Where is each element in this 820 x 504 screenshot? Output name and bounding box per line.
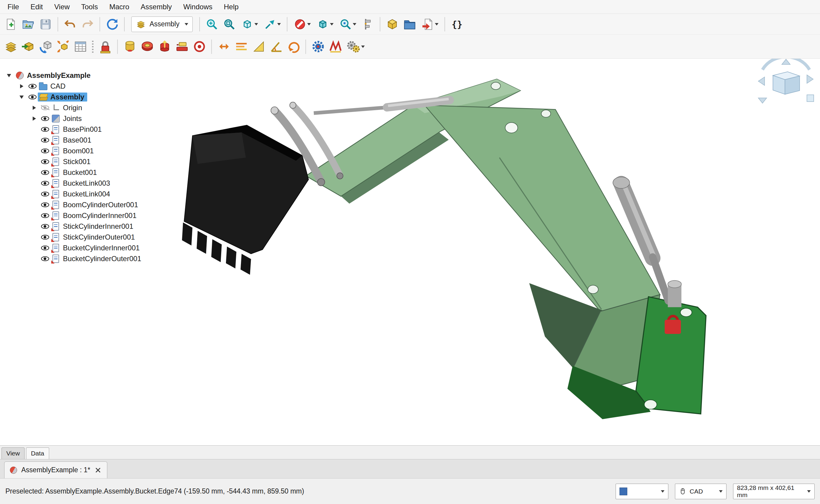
toggle-grounded-button[interactable]: [97, 38, 113, 55]
angle-measure-button[interactable]: [250, 38, 267, 55]
menu-windows[interactable]: Windows: [177, 0, 218, 13]
angle-button[interactable]: [268, 38, 285, 55]
create-cylindrical-joint-button[interactable]: [156, 38, 173, 55]
bill-of-materials-button[interactable]: [72, 38, 89, 55]
solve-assembly-button[interactable]: [37, 38, 54, 55]
tree-item-assembly[interactable]: Assembly: [0, 92, 192, 102]
tree-item-bucketlink003[interactable]: BucketLink003: [0, 178, 192, 189]
draw-style-button[interactable]: [314, 16, 336, 33]
menu-assembly[interactable]: Assembly: [135, 0, 177, 13]
visibility-eye-icon[interactable]: [41, 159, 49, 164]
redo-button[interactable]: [79, 16, 96, 33]
view-style-selector[interactable]: [616, 484, 668, 499]
visibility-eye-icon[interactable]: [41, 127, 49, 132]
isometric-view-button[interactable]: [238, 16, 261, 33]
visibility-eye-icon[interactable]: [41, 181, 49, 186]
tree-item-basepin001[interactable]: BasePin001: [0, 124, 192, 135]
navigation-cursor-icon: [264, 18, 276, 31]
create-group-button[interactable]: [401, 16, 418, 33]
visibility-eye-icon[interactable]: [28, 84, 37, 89]
create-simulation-button[interactable]: [310, 38, 326, 55]
save-button[interactable]: [37, 16, 54, 33]
tree-item-stick001[interactable]: Stick001: [0, 156, 192, 167]
menu-tools[interactable]: Tools: [75, 0, 104, 13]
fit-all-button[interactable]: [203, 16, 220, 33]
bucket-part[interactable]: [182, 125, 308, 275]
tree-item-base001[interactable]: Base001: [0, 135, 192, 146]
insert-component-button[interactable]: [20, 38, 37, 55]
visibility-eye-icon[interactable]: [41, 213, 49, 218]
caret-right-icon[interactable]: [20, 84, 23, 88]
visibility-eye-icon[interactable]: [41, 138, 49, 143]
navigation-cursor-button[interactable]: [261, 16, 283, 33]
workbench-selector[interactable]: Assembly: [131, 16, 193, 32]
close-tab-button[interactable]: [94, 467, 102, 474]
create-fixed-joint-button[interactable]: [121, 38, 138, 55]
zoom-tools-button[interactable]: [337, 16, 359, 33]
refresh-button[interactable]: [104, 16, 120, 33]
measure-button[interactable]: [359, 16, 376, 33]
visibility-eye-icon[interactable]: [41, 202, 49, 207]
navigation-cube[interactable]: [758, 59, 814, 103]
tree-item-boom001[interactable]: Boom001: [0, 146, 192, 156]
trace-path-button[interactable]: [327, 38, 344, 55]
base-pin-cylinder[interactable]: [668, 281, 681, 307]
menu-view[interactable]: View: [49, 0, 75, 13]
create-assembly-button[interactable]: [2, 38, 19, 55]
menu-file[interactable]: File: [2, 0, 25, 13]
document-tab-assemblyexample[interactable]: AssemblyExample : 1*: [4, 461, 107, 478]
tree-item-bucketcylinderouter001[interactable]: BucketCylinderOuter001: [0, 253, 192, 264]
base-part[interactable]: [636, 297, 706, 414]
exploded-view-button[interactable]: [55, 38, 71, 55]
viewport-size-selector[interactable]: 823,28 mm x 402,61 mm: [733, 484, 815, 499]
menu-edit[interactable]: Edit: [25, 0, 49, 13]
tree-item-bucketlink004[interactable]: BucketLink004: [0, 189, 192, 199]
caret-down-icon[interactable]: [19, 96, 24, 99]
configurations-button[interactable]: [344, 38, 367, 55]
zoom-selection-button[interactable]: [221, 16, 238, 33]
tree-item-boomcylinderouter001[interactable]: BoomCylinderOuter001: [0, 199, 192, 210]
undo-button[interactable]: [62, 16, 78, 33]
new-document-button[interactable]: [2, 16, 19, 33]
visibility-eye-icon[interactable]: [41, 192, 49, 196]
make-link-button[interactable]: [419, 16, 441, 33]
visibility-eye-icon[interactable]: [41, 116, 49, 121]
caret-right-icon[interactable]: [33, 116, 36, 121]
tree-item-origin[interactable]: Origin: [0, 102, 192, 113]
visibility-eye-icon[interactable]: [41, 235, 49, 240]
menu-macro[interactable]: Macro: [104, 0, 135, 13]
caret-right-icon[interactable]: [33, 106, 36, 110]
create-slider-joint-button[interactable]: [173, 38, 190, 55]
visibility-eye-icon[interactable]: [41, 256, 49, 261]
create-simulation-icon: [311, 40, 325, 54]
tree-item-bucket001[interactable]: Bucket001: [0, 167, 192, 178]
tree-item-bucketcylinderinner001[interactable]: BucketCylinderInner001: [0, 243, 192, 253]
toolbar-grip[interactable]: [92, 41, 93, 53]
visibility-eye-icon[interactable]: [41, 224, 49, 229]
visibility-eye-off-icon[interactable]: [41, 105, 49, 110]
tree-item-stickcylinderinner001[interactable]: StickCylinderInner001: [0, 221, 192, 232]
move-part-button[interactable]: [216, 38, 232, 55]
visibility-eye-icon[interactable]: [41, 149, 49, 153]
tree-item-cad[interactable]: CAD: [0, 81, 192, 92]
align-horizontal-button[interactable]: [233, 38, 250, 55]
visibility-eye-icon[interactable]: [28, 95, 37, 99]
navigation-style-selector[interactable]: CAD: [675, 484, 727, 499]
create-part-button[interactable]: [384, 16, 401, 33]
tree-item-boomcylinderinner001[interactable]: BoomCylinderInner001: [0, 210, 192, 221]
expression-editor-button[interactable]: {}: [449, 16, 465, 33]
toggle-clipping-button[interactable]: [291, 16, 313, 33]
tree-item-joints[interactable]: Joints: [0, 113, 192, 124]
tree-item-root[interactable]: AssemblyExample: [0, 70, 192, 81]
tab-data[interactable]: Data: [26, 447, 49, 459]
create-distance-joint-button[interactable]: [191, 38, 208, 55]
menu-help[interactable]: Help: [218, 0, 244, 13]
rotate-part-button[interactable]: [285, 38, 302, 55]
visibility-eye-icon[interactable]: [41, 246, 49, 250]
visibility-eye-icon[interactable]: [41, 170, 49, 175]
caret-down-icon[interactable]: [7, 74, 11, 77]
open-document-button[interactable]: [20, 16, 37, 33]
tree-item-stickcylinderouter001[interactable]: StickCylinderOuter001: [0, 232, 192, 243]
create-revolute-joint-button[interactable]: [139, 38, 155, 55]
tab-view[interactable]: View: [1, 447, 25, 459]
